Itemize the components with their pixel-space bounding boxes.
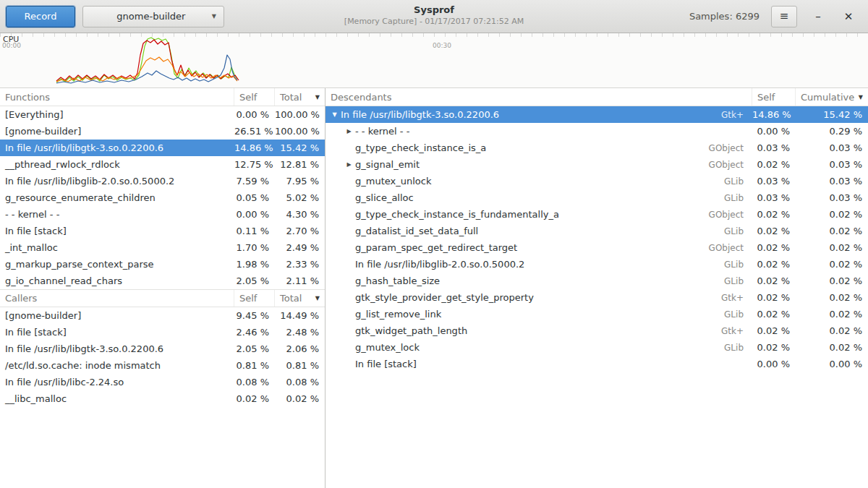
caller-name: /etc/ld.so.cache: inode mismatch — [0, 360, 234, 371]
expander-icon[interactable]: ▶ — [343, 161, 355, 168]
descendant-cumulative: 0.03 % — [796, 159, 868, 170]
descendant-self: 0.02 % — [752, 259, 796, 270]
column-header-total[interactable]: Total ▼ — [275, 88, 325, 106]
descendant-row[interactable]: g_mutex_lock GLib 0.02 % 0.02 % — [326, 339, 868, 356]
descendant-name-cell: gtk_style_provider_get_style_property Gt… — [326, 292, 752, 303]
record-button[interactable]: Record — [6, 6, 75, 27]
descendant-row[interactable]: gtk_widget_path_length Gtk+ 0.02 % 0.02 … — [326, 322, 868, 339]
descendant-row[interactable]: g_param_spec_get_redirect_target GObject… — [326, 239, 868, 256]
caller-total: 14.49 % — [275, 310, 325, 321]
library-badge: GLib — [724, 309, 752, 320]
descendant-row[interactable]: In file [stack] 0.00 % 0.00 % — [326, 356, 868, 372]
descendant-row[interactable]: g_datalist_id_set_data_full GLib 0.02 % … — [326, 223, 868, 239]
caller-row[interactable]: In file /usr/lib/libc-2.24.so 0.08 % 0.0… — [0, 374, 325, 390]
menu-button[interactable]: ≡ — [771, 6, 797, 27]
function-row[interactable]: In file /usr/lib/libgtk-3.so.0.2200.6 14… — [0, 140, 325, 156]
expander-icon[interactable]: ▶ — [343, 128, 355, 134]
headerbar: Record gnome-builder ▼ Sysprof [Memory C… — [0, 0, 868, 33]
function-row[interactable]: [gnome-builder] 26.51 % 100.00 % — [0, 123, 325, 140]
column-header-label: Total — [280, 92, 302, 103]
descendant-name: g_type_check_instance_is_fundamentally_a — [355, 209, 559, 220]
descendant-row[interactable]: ▶ - - kernel - - 0.00 % 0.29 % — [326, 123, 868, 140]
descendant-self: 0.02 % — [752, 342, 796, 353]
descendant-row[interactable]: ▼ In file /usr/lib/libgtk-3.so.0.2200.6 … — [326, 106, 868, 123]
right-pane: Descendants Self Cumulative ▼ ▼ In file … — [326, 88, 868, 488]
descendant-name-cell: g_mutex_lock GLib — [326, 342, 752, 353]
column-header-functions[interactable]: Functions — [0, 88, 234, 106]
caller-row[interactable]: In file /usr/lib/libgtk-3.so.0.2200.6 2.… — [0, 341, 325, 357]
function-row[interactable]: _int_malloc 1.70 % 2.49 % — [0, 239, 325, 256]
function-self: 7.59 % — [234, 176, 275, 187]
descendant-row[interactable]: g_mutex_unlock GLib 0.03 % 0.03 % — [326, 173, 868, 189]
caller-row[interactable]: /etc/ld.so.cache: inode mismatch 0.81 % … — [0, 357, 325, 374]
descendant-row[interactable]: g_list_remove_link GLib 0.02 % 0.02 % — [326, 306, 868, 322]
descendant-row[interactable]: In file /usr/lib/libglib-2.0.so.0.5000.2… — [326, 256, 868, 273]
descendant-cumulative: 0.02 % — [796, 226, 868, 236]
caller-total: 2.06 % — [275, 343, 325, 354]
column-header-self[interactable]: Self — [752, 88, 796, 106]
descendant-name: g_mutex_lock — [355, 342, 420, 353]
descendant-self: 0.02 % — [752, 275, 796, 286]
callers-panel: Callers Self Total ▼ [gnome-builder] 9.4… — [0, 289, 325, 407]
column-header-callers[interactable]: Callers — [0, 290, 234, 307]
column-header-descendants[interactable]: Descendants — [326, 88, 752, 106]
function-self: 26.51 % — [234, 126, 275, 137]
function-name: __pthread_rwlock_rdlock — [0, 159, 234, 170]
descendant-row[interactable]: gtk_style_provider_get_style_property Gt… — [326, 289, 868, 306]
descendant-self: 0.02 % — [752, 209, 796, 220]
descendant-self: 0.03 % — [752, 192, 796, 203]
function-row[interactable]: [Everything] 0.00 % 100.00 % — [0, 106, 325, 123]
descendant-cumulative: 0.02 % — [796, 242, 868, 253]
function-total: 4.30 % — [275, 209, 325, 220]
descendant-row[interactable]: g_slice_alloc GLib 0.03 % 0.03 % — [326, 189, 868, 206]
caller-total: 2.48 % — [275, 327, 325, 338]
descendants-tree: ▼ In file /usr/lib/libgtk-3.so.0.2200.6 … — [326, 106, 868, 372]
sort-indicator-icon: ▼ — [856, 94, 863, 100]
descendant-name: g_signal_emit — [355, 159, 420, 170]
descendant-cumulative: 0.02 % — [796, 309, 868, 320]
minimize-button[interactable]: – — [809, 7, 827, 26]
function-row[interactable]: In file [stack] 0.11 % 2.70 % — [0, 223, 325, 239]
function-self: 0.05 % — [234, 192, 275, 203]
caller-row[interactable]: In file [stack] 2.46 % 2.48 % — [0, 324, 325, 341]
library-badge: GLib — [724, 176, 752, 187]
descendant-self: 0.02 % — [752, 242, 796, 253]
descendant-row[interactable]: ▶ g_signal_emit GObject 0.02 % 0.03 % — [326, 156, 868, 173]
descendant-self: 0.03 % — [752, 176, 796, 187]
function-row[interactable]: g_io_channel_read_chars 2.05 % 2.11 % — [0, 273, 325, 289]
column-header-total[interactable]: Total ▼ — [275, 290, 325, 307]
descendant-row[interactable]: g_type_check_instance_is_fundamentally_a… — [326, 206, 868, 223]
descendant-name-cell: ▶ - - kernel - - — [326, 126, 752, 137]
library-badge: Gtk+ — [721, 326, 752, 336]
library-badge: GLib — [724, 260, 752, 270]
descendant-row[interactable]: g_hash_table_size GLib 0.02 % 0.02 % — [326, 273, 868, 289]
window-title: Sysprof — [344, 4, 524, 15]
descendant-cumulative: 0.02 % — [796, 292, 868, 303]
function-row[interactable]: g_resource_enumerate_children 0.05 % 5.0… — [0, 189, 325, 206]
column-header-self[interactable]: Self — [234, 290, 275, 307]
column-header-self[interactable]: Self — [234, 88, 275, 106]
descendant-cumulative: 0.03 % — [796, 142, 868, 153]
function-row[interactable]: - - kernel - - 0.00 % 4.30 % — [0, 206, 325, 223]
descendant-self: 0.03 % — [752, 142, 796, 153]
caller-total: 0.08 % — [275, 377, 325, 388]
descendant-row[interactable]: g_type_check_instance_is_a GObject 0.03 … — [326, 140, 868, 156]
function-self: 14.86 % — [234, 142, 275, 153]
cpu-timeline[interactable]: CPU 00:00 00:30 — [0, 33, 868, 88]
close-button[interactable]: ✕ — [839, 7, 858, 26]
expander-icon[interactable]: ▼ — [328, 111, 341, 118]
caller-row[interactable]: __libc_malloc 0.02 % 0.02 % — [0, 390, 325, 407]
function-total: 2.49 % — [275, 242, 325, 253]
descendant-name: g_mutex_unlock — [355, 176, 431, 187]
process-selector[interactable]: gnome-builder ▼ — [82, 6, 224, 27]
library-badge: GLib — [724, 343, 752, 353]
function-row[interactable]: In file /usr/lib/libglib-2.0.so.0.5000.2… — [0, 173, 325, 189]
descendant-name: gtk_style_provider_get_style_property — [355, 292, 534, 303]
callers-header: Callers Self Total ▼ — [0, 289, 325, 307]
samples-count: Samples: 6299 — [689, 11, 760, 22]
function-row[interactable]: g_markup_parse_context_parse 1.98 % 2.33… — [0, 256, 325, 273]
descendant-cumulative: 0.02 % — [796, 209, 868, 220]
column-header-cumulative[interactable]: Cumulative ▼ — [796, 88, 868, 106]
function-row[interactable]: __pthread_rwlock_rdlock 12.75 % 12.81 % — [0, 156, 325, 173]
caller-row[interactable]: [gnome-builder] 9.45 % 14.49 % — [0, 307, 325, 324]
